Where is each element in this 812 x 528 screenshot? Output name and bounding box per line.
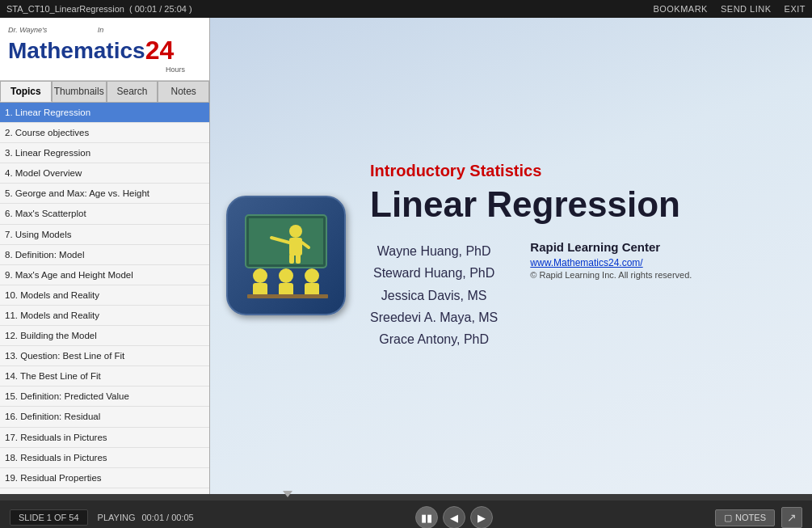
topic-item-19[interactable]: 19. Residual Properties	[0, 468, 209, 488]
topic-item-3[interactable]: 3. Linear Regression	[0, 143, 209, 163]
slide-info: SLIDE 1 OF 54	[10, 509, 88, 526]
exit-button[interactable]: EXIT	[785, 4, 806, 14]
svg-rect-16	[299, 294, 328, 298]
left-panel: Dr. Wayne's In Mathematics 24 Hours Topi…	[0, 18, 210, 494]
svg-rect-13	[305, 283, 319, 296]
topic-item-11[interactable]: 11. Models and Reality	[0, 306, 209, 326]
svg-rect-6	[289, 254, 294, 264]
logo-area: Dr. Wayne's In Mathematics 24 Hours	[0, 18, 209, 81]
pause-button[interactable]: ▮▮	[415, 506, 438, 528]
logo-hours: Hours	[8, 65, 185, 74]
slide-subtitle: Introductory Statistics	[370, 162, 796, 180]
topic-list: 1. Linear Regression2. Course objectives…	[0, 103, 209, 494]
topic-list-wrapper[interactable]: 1. Linear Regression2. Course objectives…	[0, 103, 209, 494]
topic-item-12[interactable]: 12. Building the Model	[0, 326, 209, 346]
topic-item-9[interactable]: 9. Max's Age and Height Model	[0, 265, 209, 285]
right-controls: ▢ NOTES ↗	[715, 507, 802, 528]
notes-icon: ▢	[724, 513, 732, 523]
forward-button[interactable]: ▶	[470, 506, 493, 528]
topic-item-18[interactable]: 18. Residuals in Pictures	[0, 448, 209, 468]
top-bar-title: STA_CT10_LinearRegression	[6, 4, 124, 14]
slide-area: Introductory Statistics Linear Regressio…	[210, 18, 812, 494]
rights-block: Rapid Learning Center www.Mathematics24.…	[530, 240, 692, 280]
author-name: Jessica Davis, MS	[370, 285, 498, 306]
rights-url: www.Mathematics24.com/	[530, 257, 692, 268]
progress-marker	[283, 491, 292, 497]
svg-point-12	[305, 268, 319, 283]
bottom-bar: SLIDE 1 OF 54 PLAYING 00:01 / 00:05 ▮▮ ◀…	[0, 501, 812, 528]
top-bar-time: ( 00:01 / 25:04 )	[129, 4, 192, 14]
svg-rect-15	[273, 294, 302, 298]
time-display: 00:01 / 00:05	[141, 513, 193, 522]
topic-item-2[interactable]: 2. Course objectives	[0, 123, 209, 143]
svg-point-8	[253, 268, 267, 283]
logo-subtitle: Dr. Wayne's In	[8, 26, 201, 34]
right-panel: Introductory Statistics Linear Regressio…	[210, 18, 812, 494]
topic-item-5[interactable]: 5. George and Max: Age vs. Height	[0, 184, 209, 204]
topic-item-7[interactable]: 7. Using Models	[0, 225, 209, 245]
top-bar-controls: BOOKMARK SEND LINK EXIT	[653, 4, 806, 14]
progress-area[interactable]	[0, 494, 812, 501]
rewind-button[interactable]: ◀	[443, 506, 465, 528]
topic-item-14[interactable]: 14. The Best Line of Fit	[0, 366, 209, 386]
fullscreen-button[interactable]: ↗	[781, 507, 802, 528]
svg-point-2	[289, 225, 302, 238]
topic-item-1[interactable]: 1. Linear Regression	[0, 103, 209, 123]
svg-rect-11	[279, 283, 293, 296]
tab-thumbnails[interactable]: Thumbnails	[52, 81, 107, 102]
bottom-container: SLIDE 1 OF 54 PLAYING 00:01 / 00:05 ▮▮ ◀…	[0, 494, 812, 528]
notes-label: NOTES	[735, 513, 766, 522]
topic-item-20[interactable]: 20. Definition: Line of Best Fit	[0, 488, 209, 494]
bookmark-button[interactable]: BOOKMARK	[653, 4, 708, 14]
svg-rect-7	[296, 254, 301, 264]
rights-org: Rapid Learning Center	[530, 240, 692, 254]
author-name: Wayne Huang, PhD	[370, 240, 498, 262]
svg-rect-9	[253, 283, 267, 296]
icon-box	[226, 196, 346, 315]
topic-item-4[interactable]: 4. Model Overview	[0, 163, 209, 184]
main-layout: Dr. Wayne's In Mathematics 24 Hours Topi…	[0, 18, 812, 494]
svg-rect-3	[289, 238, 302, 256]
tab-notes[interactable]: Notes	[158, 81, 209, 102]
tab-topics[interactable]: Topics	[0, 81, 52, 102]
svg-rect-14	[247, 294, 276, 298]
authors-block: Wayne Huang, PhDSteward Huang, PhDJessic…	[370, 240, 796, 350]
tab-search[interactable]: Search	[107, 81, 158, 102]
playback-controls: ▮▮ ◀ ▶	[415, 506, 493, 528]
topic-item-13[interactable]: 13. Question: Best Line of Fit	[0, 346, 209, 366]
send-link-button[interactable]: SEND LINK	[721, 4, 772, 14]
topic-item-17[interactable]: 17. Residuals in Pictures	[0, 428, 209, 448]
tabs-bar: Topics Thumbnails Search Notes	[0, 81, 209, 103]
notes-button[interactable]: ▢ NOTES	[715, 509, 775, 526]
svg-point-10	[279, 268, 293, 283]
topic-item-8[interactable]: 8. Definition: Model	[0, 245, 209, 265]
logo-number: 24	[145, 36, 175, 65]
slide-inner: Introductory Statistics Linear Regressio…	[226, 162, 796, 350]
author-name: Steward Huang, PhD	[370, 262, 498, 284]
top-bar: STA_CT10_LinearRegression ( 00:01 / 25:0…	[0, 0, 812, 18]
topic-item-10[interactable]: 10. Models and Reality	[0, 285, 209, 306]
author-name: Grace Antony, PhD	[370, 328, 498, 350]
slide-content: Introductory Statistics Linear Regressio…	[210, 18, 812, 494]
playing-status: PLAYING	[98, 513, 136, 522]
logo-text-math: Mathematics	[8, 38, 145, 64]
slide-text: Introductory Statistics Linear Regressio…	[370, 162, 796, 350]
slide-title: Linear Regression	[370, 185, 796, 224]
slide-icon	[238, 207, 334, 304]
logo-main: Mathematics 24	[8, 36, 201, 65]
topic-item-6[interactable]: 6. Max's Scatterplot	[0, 204, 209, 224]
topic-item-15[interactable]: 15. Definition: Predicted Value	[0, 386, 209, 407]
authors-list: Wayne Huang, PhDSteward Huang, PhDJessic…	[370, 240, 498, 350]
rights-copy: © Rapid Learning Inc. All rights reserve…	[530, 270, 692, 280]
author-name: Sreedevi A. Maya, MS	[370, 306, 498, 328]
topic-item-16[interactable]: 16. Definition: Residual	[0, 407, 209, 427]
